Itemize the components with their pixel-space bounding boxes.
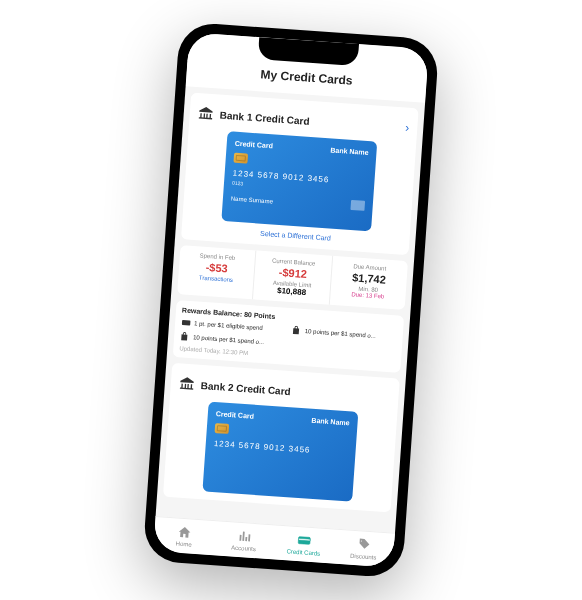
credit-card-2[interactable]: Credit Card Bank Name 1234 5678 9012 345… (202, 402, 358, 502)
rewards-section: Rewards Balance: 80 Points 1 pt. per $1 … (173, 300, 404, 373)
card-icon (181, 317, 192, 328)
chevron-right-icon: › (405, 121, 410, 135)
bag-icon (180, 331, 191, 342)
balance-cell: Current Balance -$912 Available Limit $1… (253, 250, 333, 304)
tab-accounts[interactable]: Accounts (213, 527, 274, 553)
tab-home-label: Home (176, 541, 192, 548)
bank-icon (178, 375, 195, 392)
bag-icon (292, 325, 303, 336)
card-network-icon (350, 200, 365, 211)
spend-cell[interactable]: Spend in Feb -$53 Transactions (177, 245, 257, 299)
scroll-content[interactable]: Bank 1 Credit Card › Credit Card Bank Na… (156, 86, 425, 533)
tab-home[interactable]: Home (154, 523, 215, 549)
cc-bank: Bank Name (311, 417, 350, 427)
bank-icon (197, 105, 214, 122)
card2-section: Bank 2 Credit Card Credit Card Bank Name… (163, 363, 400, 513)
stats-row: Spend in Feb -$53 Transactions Current B… (177, 245, 408, 310)
credit-card-icon (296, 533, 313, 548)
tab-cards-label: Credit Cards (286, 548, 320, 556)
card1-section: Bank 1 Credit Card › Credit Card Bank Na… (181, 93, 419, 256)
cc-holder-name: Name Surname (231, 196, 273, 205)
cc-bank: Bank Name (330, 146, 369, 156)
chart-icon (236, 529, 253, 544)
cc-label: Credit Card (235, 140, 274, 150)
phone-frame: My Credit Cards Bank 1 Credit Card › Cre… (142, 22, 439, 579)
cc-number: 1234 5678 9012 3456 (213, 439, 347, 457)
due-cell: Due Amount $1,742 Min. $0 Due: 13 Feb (329, 256, 408, 310)
svg-rect-0 (182, 320, 191, 326)
tab-discounts[interactable]: Discounts (333, 536, 394, 562)
tab-credit-cards[interactable]: Credit Cards (273, 531, 334, 557)
tag-icon (356, 537, 373, 552)
card2-title: Bank 2 Credit Card (200, 379, 390, 403)
tab-discounts-label: Discounts (350, 553, 377, 561)
card1-title: Bank 1 Credit Card (219, 109, 399, 133)
card-chip-icon (233, 153, 248, 164)
home-icon (176, 525, 193, 540)
credit-card-1[interactable]: Credit Card Bank Name 1234 5678 9012 345… (221, 131, 377, 231)
tab-accounts-label: Accounts (231, 544, 256, 552)
app-screen: My Credit Cards Bank 1 Credit Card › Cre… (153, 32, 429, 567)
cc-label: Credit Card (216, 410, 255, 420)
card-chip-icon (215, 423, 230, 434)
